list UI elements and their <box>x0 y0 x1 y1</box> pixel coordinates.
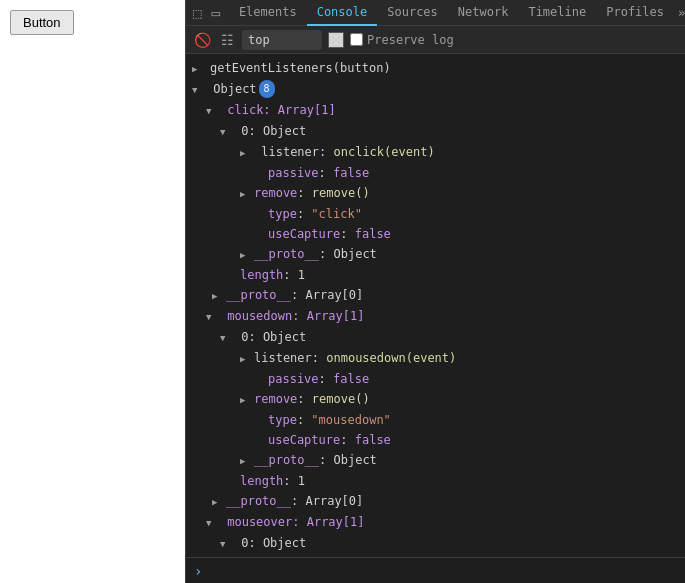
tab-icons: ⬚ ▭ <box>190 4 223 22</box>
tab-network[interactable]: Network <box>448 0 519 26</box>
expand-arrow-mouseover-0[interactable] <box>220 534 234 553</box>
filter-input-wrap[interactable]: top <box>242 30 322 50</box>
expand-arrow-mousedown[interactable] <box>206 307 220 326</box>
tab-elements[interactable]: Elements <box>229 0 307 26</box>
object-badge: 8 <box>259 80 275 98</box>
console-toolbar: 🚫 ☷ top Preserve log <box>186 26 685 54</box>
expand-arrow[interactable] <box>240 390 254 409</box>
clear-console-icon[interactable]: 🚫 <box>192 30 213 50</box>
expand-arrow-click-0[interactable] <box>220 122 234 141</box>
expand-arrow[interactable] <box>240 184 254 203</box>
get-event-listeners-line: getEventListeners(button) <box>210 59 391 77</box>
list-item: remove: remove() <box>186 389 685 410</box>
expand-arrow[interactable] <box>240 245 254 264</box>
filter-color-swatch <box>328 32 344 48</box>
list-item: mousedown: Array[1] <box>186 306 685 327</box>
list-item: __proto__: Array[0] <box>186 285 685 306</box>
list-item: type: "click" <box>186 204 685 224</box>
expand-arrow[interactable] <box>240 143 254 162</box>
inspect-element-icon[interactable]: ⬚ <box>190 4 204 22</box>
list-item: mouseover: Array[1] <box>186 512 685 533</box>
console-input[interactable] <box>208 564 677 578</box>
tab-timeline[interactable]: Timeline <box>518 0 596 26</box>
list-item: listener: listener: onclick(event)onclic… <box>186 142 685 163</box>
expand-arrow-mousedown-0[interactable] <box>220 328 234 347</box>
page-area: Button <box>0 0 185 583</box>
list-item: useCapture: false <box>186 224 685 244</box>
list-item: passive: false <box>186 163 685 183</box>
tabs-list: Elements Console Sources Network Timelin… <box>229 0 685 26</box>
list-item: __proto__: Object <box>186 244 685 265</box>
list-item: passive: false <box>186 369 685 389</box>
expand-arrow-mouseover[interactable] <box>206 513 220 532</box>
expand-arrow[interactable] <box>212 492 226 511</box>
expand-arrow[interactable] <box>192 59 206 78</box>
console-input-line: › <box>186 557 685 583</box>
filter-text: top <box>248 33 270 47</box>
tabs-bar: ⬚ ▭ Elements Console Sources Network Tim… <box>186 0 685 26</box>
tab-profiles[interactable]: Profiles <box>596 0 674 26</box>
expand-arrow-click[interactable] <box>206 101 220 120</box>
devtools-panel: ⬚ ▭ Elements Console Sources Network Tim… <box>185 0 685 583</box>
console-prompt-icon: › <box>194 563 202 579</box>
list-item: length: 1 <box>186 471 685 491</box>
list-item: __proto__: Array[0] <box>186 491 685 512</box>
preserve-log-checkbox[interactable] <box>350 33 363 46</box>
demo-button[interactable]: Button <box>10 10 74 35</box>
filter-icon[interactable]: ☷ <box>219 30 236 50</box>
tab-sources[interactable]: Sources <box>377 0 448 26</box>
list-item: 0: Object <box>186 121 685 142</box>
list-item: Object 8 <box>186 79 685 100</box>
tab-console[interactable]: Console <box>307 0 378 26</box>
tabs-overflow-icon[interactable]: » <box>674 6 685 20</box>
expand-arrow[interactable] <box>240 451 254 470</box>
list-item: 0: Object <box>186 533 685 554</box>
console-output: getEventListeners(button) Object 8 click… <box>186 54 685 557</box>
expand-arrow[interactable] <box>240 349 254 368</box>
list-item: remove: remove() <box>186 183 685 204</box>
expand-arrow-object[interactable] <box>192 80 206 99</box>
list-item: 0: Object <box>186 327 685 348</box>
list-item: listener: onmousedown(event) <box>186 348 685 369</box>
list-item: type: "mousedown" <box>186 410 685 430</box>
preserve-log-label[interactable]: Preserve log <box>350 33 454 47</box>
list-item: length: 1 <box>186 265 685 285</box>
list-item: getEventListeners(button) <box>186 58 685 79</box>
device-mode-icon[interactable]: ▭ <box>208 4 222 22</box>
list-item: useCapture: false <box>186 430 685 450</box>
list-item: click: Array[1] <box>186 100 685 121</box>
list-item: __proto__: Object <box>186 450 685 471</box>
expand-arrow[interactable] <box>212 286 226 305</box>
